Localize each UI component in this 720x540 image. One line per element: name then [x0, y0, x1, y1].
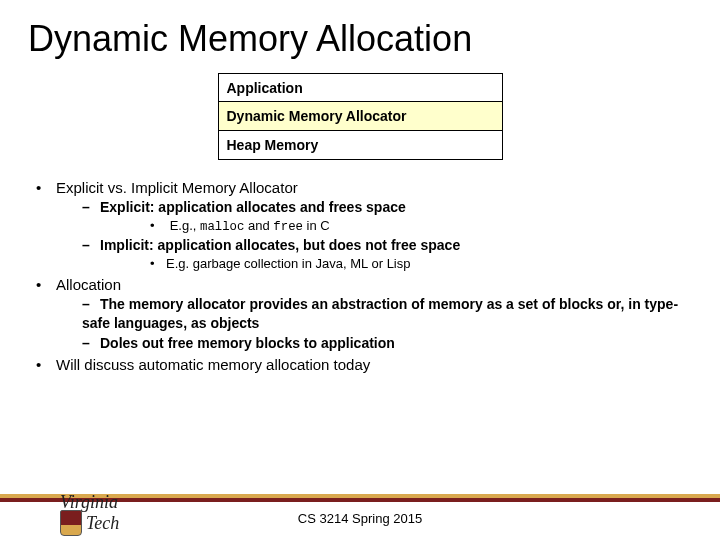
- bullet-level1: Explicit vs. Implicit Memory Allocator E…: [40, 178, 692, 273]
- footer-course-label: CS 3214 Spring 2015: [0, 511, 720, 526]
- stack-row-heap: Heap Memory: [218, 130, 503, 160]
- stack-row-application: Application: [218, 73, 503, 103]
- logo-text-line1: Virginia: [60, 494, 119, 510]
- bullet-level3: E.g. garbage collection in Java, ML or L…: [150, 255, 692, 273]
- memory-stack-diagram: Application Dynamic Memory Allocator Hea…: [218, 73, 503, 160]
- bullet-level3: E.g., malloc and free in C: [150, 217, 692, 236]
- bullet-level2: Explicit: application allocates and free…: [82, 198, 692, 236]
- stack-row-allocator: Dynamic Memory Allocator: [218, 101, 503, 131]
- bullet-level1: Allocation The memory allocator provides…: [40, 275, 692, 353]
- slide-title: Dynamic Memory Allocation: [28, 18, 692, 60]
- bullet-level2: Doles out free memory blocks to applicat…: [82, 334, 692, 353]
- bullet-level2: The memory allocator provides an abstrac…: [82, 295, 692, 333]
- slide-body: Explicit vs. Implicit Memory Allocator E…: [28, 178, 692, 375]
- bullet-level2: Implicit: application allocates, but doe…: [82, 236, 692, 272]
- bullet-level1: Will discuss automatic memory allocation…: [40, 355, 692, 375]
